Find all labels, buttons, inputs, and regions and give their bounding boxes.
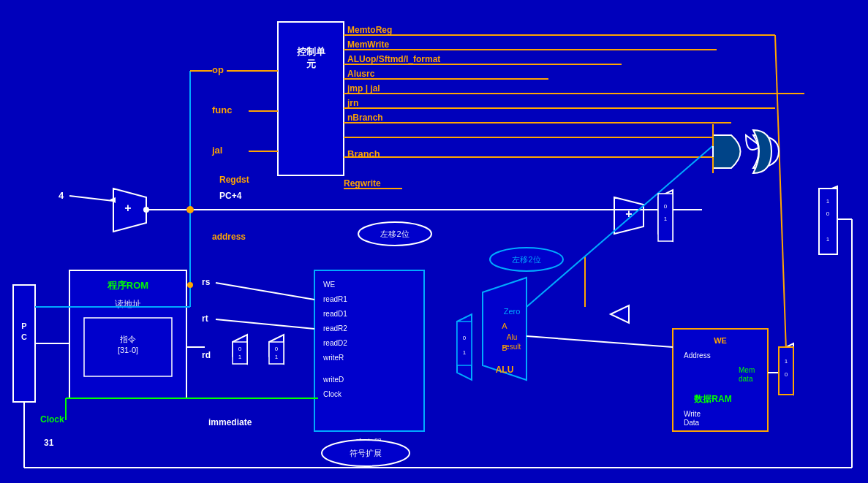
- svg-text:Regdst: Regdst: [219, 175, 249, 185]
- svg-text:1: 1: [826, 236, 830, 243]
- svg-text:1: 1: [664, 216, 668, 222]
- svg-text:nBranch: nBranch: [347, 113, 383, 123]
- svg-text:0: 0: [275, 346, 279, 352]
- svg-point-138: [187, 282, 193, 288]
- svg-point-137: [143, 207, 149, 213]
- svg-text:C: C: [21, 332, 27, 341]
- svg-text:result: result: [503, 343, 521, 351]
- svg-text:控制单: 控制单: [296, 46, 326, 57]
- svg-text:Mem: Mem: [739, 366, 755, 374]
- svg-text:jmp | jal: jmp | jal: [347, 83, 380, 94]
- svg-text:0: 0: [785, 371, 788, 378]
- svg-text:immediate: immediate: [208, 417, 252, 427]
- svg-text:address: address: [212, 232, 246, 242]
- svg-text:左移2位: 左移2位: [512, 255, 540, 264]
- svg-text:op: op: [212, 64, 224, 75]
- svg-text:0: 0: [238, 346, 242, 352]
- svg-text:符号扩展: 符号扩展: [350, 449, 382, 457]
- svg-text:1: 1: [275, 354, 279, 360]
- svg-text:数据RAM: 数据RAM: [693, 394, 731, 404]
- svg-text:左移2位: 左移2位: [380, 229, 409, 238]
- svg-rect-27: [13, 285, 35, 402]
- svg-text:MemtoReg: MemtoReg: [347, 25, 392, 35]
- svg-text:rs: rs: [202, 277, 211, 287]
- svg-text:程序ROM: 程序ROM: [107, 280, 148, 291]
- svg-text:rt: rt: [202, 313, 208, 324]
- svg-text:P: P: [21, 322, 26, 330]
- svg-rect-139: [457, 322, 472, 365]
- svg-text:jal: jal: [211, 145, 222, 156]
- svg-text:1: 1: [238, 354, 242, 360]
- svg-text:4: 4: [59, 190, 64, 201]
- svg-text:ALU: ALU: [496, 365, 514, 375]
- svg-point-136: [186, 206, 194, 213]
- svg-text:Clock: Clock: [323, 390, 342, 398]
- svg-text:PC+4: PC+4: [219, 191, 242, 201]
- svg-text:1: 1: [826, 198, 830, 205]
- svg-text:Alusrc: Alusrc: [347, 69, 375, 79]
- svg-text:0: 0: [664, 203, 668, 210]
- svg-text:func: func: [212, 104, 232, 115]
- svg-text:WE: WE: [714, 336, 727, 345]
- svg-text:Clock: Clock: [40, 414, 64, 425]
- svg-text:Zero: Zero: [504, 307, 521, 316]
- svg-text:readR1: readR1: [323, 295, 347, 303]
- svg-text:指令: 指令: [119, 335, 136, 343]
- svg-rect-1: [278, 22, 344, 175]
- svg-text:A: A: [502, 322, 507, 330]
- svg-text:1: 1: [785, 358, 788, 365]
- svg-text:data: data: [739, 375, 753, 383]
- svg-text:Address: Address: [684, 351, 711, 360]
- svg-text:元: 元: [306, 58, 316, 69]
- svg-text:Data: Data: [684, 419, 700, 427]
- svg-text:Write: Write: [684, 410, 701, 418]
- svg-text:MemWrite: MemWrite: [347, 39, 389, 50]
- svg-text:writeD: writeD: [322, 376, 344, 384]
- svg-text:1: 1: [463, 349, 467, 356]
- svg-text:rd: rd: [202, 350, 211, 360]
- circuit-diagram: 控制单 元 op func jal MemtoReg MemWrite ALUo…: [0, 0, 868, 483]
- svg-text:+: +: [124, 202, 131, 214]
- svg-text:readR2: readR2: [323, 324, 347, 332]
- svg-text:0: 0: [826, 210, 830, 217]
- svg-text:writeR: writeR: [322, 354, 344, 362]
- svg-text:[31-0]: [31-0]: [118, 346, 138, 354]
- svg-text:Regwrite: Regwrite: [344, 178, 381, 189]
- svg-rect-42: [314, 270, 424, 431]
- svg-text:WE: WE: [323, 281, 335, 289]
- svg-text:jrn: jrn: [347, 98, 358, 108]
- svg-text:0: 0: [463, 335, 467, 341]
- svg-text:ALUop/Sftmd/I_format: ALUop/Sftmd/I_format: [347, 54, 440, 64]
- svg-text:31: 31: [44, 438, 54, 448]
- svg-text:readD2: readD2: [323, 339, 347, 347]
- svg-text:Alu: Alu: [507, 333, 517, 341]
- svg-text:readD1: readD1: [323, 310, 347, 318]
